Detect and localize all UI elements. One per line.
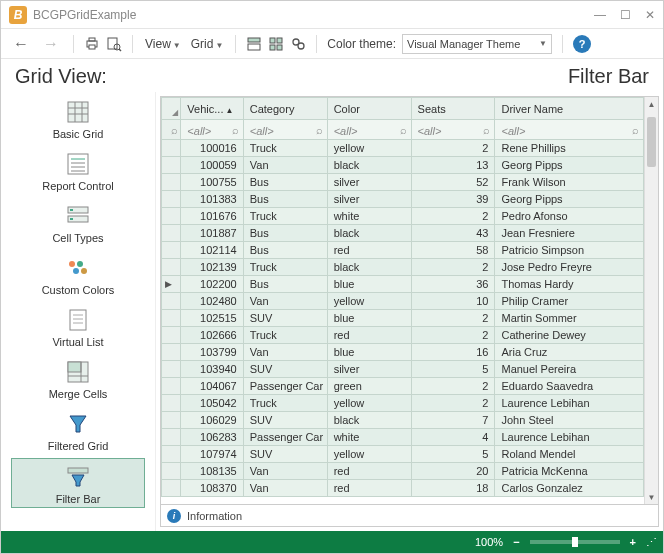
find-icon[interactable] xyxy=(290,36,306,52)
row-header[interactable] xyxy=(162,412,181,429)
cell-category[interactable]: Truck xyxy=(243,208,327,225)
table-row[interactable]: 102666Truckred2Catherine Dewey xyxy=(162,327,644,344)
row-header[interactable] xyxy=(162,225,181,242)
cell-seats[interactable]: 2 xyxy=(411,140,495,157)
cell-seats[interactable]: 5 xyxy=(411,446,495,463)
row-header[interactable] xyxy=(162,293,181,310)
cell-category[interactable]: SUV xyxy=(243,310,327,327)
cell-color[interactable]: black xyxy=(327,412,411,429)
cell-vehicle[interactable]: 102139 xyxy=(181,259,243,276)
cell-category[interactable]: Truck xyxy=(243,395,327,412)
cell-driver[interactable]: Patricia McKenna xyxy=(495,463,644,480)
table-row[interactable]: 101887Busblack43Jean Fresniere xyxy=(162,225,644,242)
cell-seats[interactable]: 36 xyxy=(411,276,495,293)
cell-category[interactable]: Bus xyxy=(243,191,327,208)
row-header[interactable] xyxy=(162,242,181,259)
row-header[interactable] xyxy=(162,446,181,463)
cell-driver[interactable]: Jose Pedro Freyre xyxy=(495,259,644,276)
table-row[interactable]: 100059Vanblack13Georg Pipps xyxy=(162,157,644,174)
field-chooser-icon[interactable] xyxy=(246,36,262,52)
cell-category[interactable]: Truck xyxy=(243,259,327,276)
cell-seats[interactable]: 20 xyxy=(411,463,495,480)
cell-vehicle[interactable]: 100059 xyxy=(181,157,243,174)
cell-driver[interactable]: Georg Pipps xyxy=(495,191,644,208)
sidebar-item-merge-cells[interactable]: Merge Cells xyxy=(1,352,155,404)
filter-color[interactable]: <all>⌕ xyxy=(327,120,411,140)
forward-button[interactable]: → xyxy=(39,35,63,53)
row-header[interactable] xyxy=(162,327,181,344)
row-header[interactable] xyxy=(162,259,181,276)
cell-vehicle[interactable]: 101676 xyxy=(181,208,243,225)
cell-driver[interactable]: Roland Mendel xyxy=(495,446,644,463)
filter-seats[interactable]: <all>⌕ xyxy=(411,120,495,140)
cell-vehicle[interactable]: 107974 xyxy=(181,446,243,463)
cell-driver[interactable]: Laurence Lebihan xyxy=(495,395,644,412)
cell-seats[interactable]: 2 xyxy=(411,327,495,344)
table-row[interactable]: 102139Truckblack2Jose Pedro Freyre xyxy=(162,259,644,276)
cell-category[interactable]: Van xyxy=(243,157,327,174)
view-menu[interactable]: View▼ xyxy=(143,37,183,51)
filter-row-header[interactable]: ⌕ xyxy=(162,120,181,140)
cell-category[interactable]: Van xyxy=(243,480,327,497)
cell-category[interactable]: Bus xyxy=(243,225,327,242)
sidebar-item-cell-types[interactable]: Cell Types xyxy=(1,196,155,248)
group-icon[interactable] xyxy=(268,36,284,52)
table-row[interactable]: 106029SUVblack7John Steel xyxy=(162,412,644,429)
table-row[interactable]: 103799Vanblue16Aria Cruz xyxy=(162,344,644,361)
cell-vehicle[interactable]: 100016 xyxy=(181,140,243,157)
col-header-seats[interactable]: Seats xyxy=(411,98,495,120)
cell-seats[interactable]: 10 xyxy=(411,293,495,310)
cell-vehicle[interactable]: 102515 xyxy=(181,310,243,327)
cell-seats[interactable]: 39 xyxy=(411,191,495,208)
sidebar-item-basic-grid[interactable]: Basic Grid xyxy=(1,92,155,144)
cell-category[interactable]: Bus xyxy=(243,276,327,293)
row-header[interactable] xyxy=(162,480,181,497)
cell-seats[interactable]: 2 xyxy=(411,395,495,412)
cell-seats[interactable]: 7 xyxy=(411,412,495,429)
cell-category[interactable]: Passenger Car xyxy=(243,378,327,395)
cell-driver[interactable]: Aria Cruz xyxy=(495,344,644,361)
zoom-slider[interactable] xyxy=(530,540,620,544)
cell-color[interactable]: white xyxy=(327,429,411,446)
cell-vehicle[interactable]: 106283 xyxy=(181,429,243,446)
cell-seats[interactable]: 58 xyxy=(411,242,495,259)
cell-seats[interactable]: 16 xyxy=(411,344,495,361)
cell-driver[interactable]: Martin Sommer xyxy=(495,310,644,327)
zoom-in-button[interactable]: + xyxy=(630,536,636,548)
table-row[interactable]: 100755Bussilver52Frank Wilson xyxy=(162,174,644,191)
sidebar-item-filtered-grid[interactable]: Filtered Grid xyxy=(1,404,155,456)
filter-vehicle[interactable]: <all>⌕ xyxy=(181,120,243,140)
resize-grip-icon[interactable]: ⋰ xyxy=(646,536,655,549)
cell-category[interactable]: Truck xyxy=(243,140,327,157)
cell-vehicle[interactable]: 101887 xyxy=(181,225,243,242)
cell-driver[interactable]: Carlos Gonzalez xyxy=(495,480,644,497)
cell-category[interactable]: Truck xyxy=(243,327,327,344)
table-row[interactable]: 103940SUVsilver5Manuel Pereira xyxy=(162,361,644,378)
maximize-button[interactable]: ☐ xyxy=(620,8,631,22)
table-row[interactable]: 108135Vanred20Patricia McKenna xyxy=(162,463,644,480)
back-button[interactable]: ← xyxy=(9,35,33,53)
cell-vehicle[interactable]: 100755 xyxy=(181,174,243,191)
sidebar-item-report-control[interactable]: Report Control xyxy=(1,144,155,196)
cell-vehicle[interactable]: 103799 xyxy=(181,344,243,361)
cell-color[interactable]: red xyxy=(327,480,411,497)
cell-vehicle[interactable]: 106029 xyxy=(181,412,243,429)
table-row[interactable]: 101676Truckwhite2Pedro Afonso xyxy=(162,208,644,225)
row-header[interactable] xyxy=(162,344,181,361)
cell-driver[interactable]: Georg Pipps xyxy=(495,157,644,174)
cell-driver[interactable]: Philip Cramer xyxy=(495,293,644,310)
vertical-scrollbar[interactable]: ▲ ▼ xyxy=(644,97,658,504)
cell-color[interactable]: red xyxy=(327,242,411,259)
cell-color[interactable]: white xyxy=(327,208,411,225)
col-header-driver[interactable]: Driver Name xyxy=(495,98,644,120)
filter-category[interactable]: <all>⌕ xyxy=(243,120,327,140)
row-header[interactable] xyxy=(162,208,181,225)
cell-driver[interactable]: Eduardo Saavedra xyxy=(495,378,644,395)
row-header[interactable]: ▶ xyxy=(162,276,181,293)
cell-vehicle[interactable]: 102480 xyxy=(181,293,243,310)
scroll-down-button[interactable]: ▼ xyxy=(645,490,658,504)
cell-category[interactable]: Passenger Car xyxy=(243,429,327,446)
row-header[interactable] xyxy=(162,378,181,395)
cell-color[interactable]: yellow xyxy=(327,395,411,412)
cell-seats[interactable]: 18 xyxy=(411,480,495,497)
